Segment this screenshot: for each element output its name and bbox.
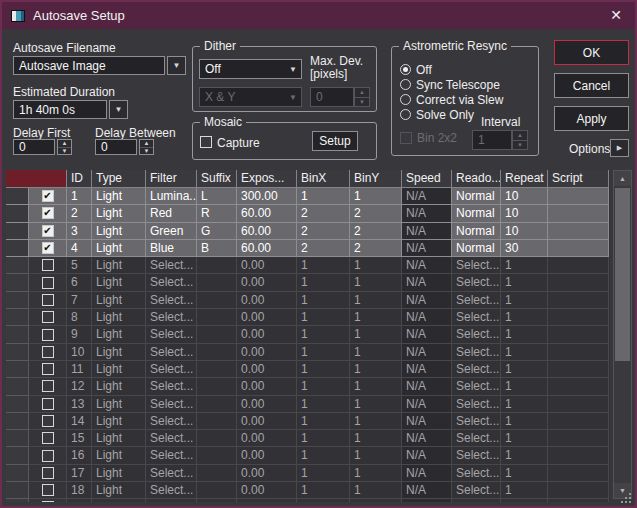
column-header[interactable]: BinY — [350, 170, 402, 188]
delay-first-spinner[interactable]: ▲ ▼ — [57, 139, 72, 155]
grid-cell[interactable]: 1 — [501, 326, 548, 343]
grid-cell[interactable]: 1 — [297, 482, 350, 499]
grid-cell[interactable]: N/A — [402, 396, 452, 413]
row-selector-cell[interactable] — [6, 465, 29, 482]
grid-cell[interactable]: 4 — [67, 240, 92, 257]
grid-cell[interactable] — [197, 378, 237, 395]
grid-cell[interactable]: 10 — [501, 188, 548, 205]
grid-cell[interactable] — [197, 465, 237, 482]
grid-cell[interactable]: Select... — [146, 447, 197, 464]
grid-cell[interactable]: G — [197, 223, 237, 240]
spin-up-icon[interactable]: ▲ — [140, 140, 153, 148]
grid-cell[interactable] — [548, 274, 609, 291]
grid-cell[interactable] — [548, 223, 609, 240]
grid-cell[interactable]: 1 — [501, 257, 548, 274]
grid-cell[interactable]: Light — [92, 205, 146, 222]
grid-cell[interactable]: 0.00 — [237, 361, 297, 378]
row-selector-cell[interactable] — [6, 430, 29, 447]
grid-cell[interactable]: 0.00 — [237, 309, 297, 326]
resync-correct-via-slew-radio[interactable] — [400, 94, 411, 105]
grid-cell[interactable] — [548, 309, 609, 326]
spin-down-icon[interactable]: ▼ — [140, 148, 153, 155]
grid-cell[interactable]: Light — [92, 188, 146, 205]
grid-cell[interactable]: Select... — [452, 344, 501, 361]
grid-cell[interactable]: N/A — [402, 430, 452, 447]
grid-cell[interactable]: Light — [92, 274, 146, 291]
grid-cell[interactable]: 0.00 — [237, 482, 297, 499]
row-selector-cell[interactable] — [6, 188, 29, 205]
row-selector-cell[interactable] — [6, 205, 29, 222]
row-selector-cell[interactable] — [6, 396, 29, 413]
grid-cell[interactable]: 1 — [501, 344, 548, 361]
grid-cell[interactable]: 1 — [501, 499, 548, 502]
row-checkbox[interactable] — [42, 311, 54, 323]
grid-cell[interactable] — [548, 465, 609, 482]
resync-sync-telescope-radio[interactable] — [400, 79, 411, 90]
grid-cell[interactable]: 2 — [350, 223, 402, 240]
grid-cell[interactable]: Select... — [452, 413, 501, 430]
grid-cell[interactable]: N/A — [402, 309, 452, 326]
interval-spinner[interactable]: ▲ ▼ — [512, 130, 528, 150]
grid-cell[interactable]: N/A — [402, 274, 452, 291]
grid-cell[interactable]: Select... — [452, 257, 501, 274]
grid-cell[interactable]: Select... — [146, 430, 197, 447]
grid-cell[interactable]: 2 — [297, 240, 350, 257]
spin-down-icon[interactable]: ▼ — [355, 98, 369, 107]
grid-cell[interactable] — [548, 413, 609, 430]
grid-cell[interactable]: Select... — [452, 309, 501, 326]
grid-cell[interactable]: 30 — [501, 240, 548, 257]
grid-cell[interactable]: 11 — [67, 361, 92, 378]
grid-cell[interactable]: 1 — [297, 344, 350, 361]
grid-cell[interactable]: N/A — [402, 326, 452, 343]
grid-cell[interactable]: N/A — [402, 188, 452, 205]
grid-cell[interactable]: Normal — [452, 205, 501, 222]
grid-cell[interactable]: 1 — [297, 257, 350, 274]
grid-cell[interactable]: 1 — [501, 430, 548, 447]
grid-cell[interactable]: 1 — [501, 482, 548, 499]
grid-cell[interactable] — [548, 188, 609, 205]
resync-solve-only-radio[interactable] — [400, 109, 411, 120]
row-checkbox[interactable]: ✔ — [42, 207, 54, 219]
grid-cell[interactable] — [197, 326, 237, 343]
grid-cell[interactable] — [197, 413, 237, 430]
grid-cell[interactable]: N/A — [402, 292, 452, 309]
grid-cell[interactable]: 9 — [67, 326, 92, 343]
grid-cell[interactable]: N/A — [402, 344, 452, 361]
grid-cell[interactable]: 1 — [501, 413, 548, 430]
grid-cell[interactable]: 1 — [297, 499, 350, 502]
grid-cell[interactable]: 1 — [501, 447, 548, 464]
close-icon[interactable]: ✕ — [610, 7, 622, 23]
grid-cell[interactable] — [197, 396, 237, 413]
column-header[interactable]: Script — [548, 170, 609, 188]
row-checkbox[interactable] — [42, 432, 54, 444]
row-checkbox[interactable] — [42, 363, 54, 375]
grid-cell[interactable]: 1 — [501, 361, 548, 378]
title-bar[interactable]: Autosave Setup ✕ — [2, 2, 635, 29]
grid-cell[interactable]: N/A — [402, 499, 452, 502]
row-selector-cell[interactable] — [6, 344, 29, 361]
grid-cell[interactable]: Select... — [452, 378, 501, 395]
grid-cell[interactable]: 1 — [297, 430, 350, 447]
max-dev-input[interactable]: 0 — [310, 87, 354, 107]
grid-cell[interactable]: 17 — [67, 465, 92, 482]
grid-cell[interactable]: R — [197, 205, 237, 222]
grid-cell[interactable] — [548, 257, 609, 274]
grid-cell[interactable]: 7 — [67, 292, 92, 309]
row-checkbox[interactable] — [42, 450, 54, 462]
row-selector-cell[interactable] — [6, 361, 29, 378]
grid-cell[interactable]: Select... — [146, 309, 197, 326]
grid-cell[interactable]: Normal — [452, 240, 501, 257]
grid-cell[interactable]: 1 — [297, 396, 350, 413]
mosaic-setup-button[interactable]: Setup — [312, 131, 358, 151]
grid-cell[interactable]: 0.00 — [237, 499, 297, 502]
row-selector-cell[interactable] — [6, 326, 29, 343]
select-all-corner-cell[interactable] — [6, 170, 67, 188]
grid-cell[interactable]: 1 — [297, 378, 350, 395]
grid-cell[interactable]: Select... — [146, 413, 197, 430]
row-checkbox[interactable] — [42, 467, 54, 479]
grid-cell[interactable] — [197, 482, 237, 499]
grid-cell[interactable]: Normal — [452, 188, 501, 205]
grid-cell[interactable]: Light — [92, 309, 146, 326]
delay-between-input[interactable]: 0 — [95, 139, 137, 155]
grid-cell[interactable]: Light — [92, 499, 146, 502]
